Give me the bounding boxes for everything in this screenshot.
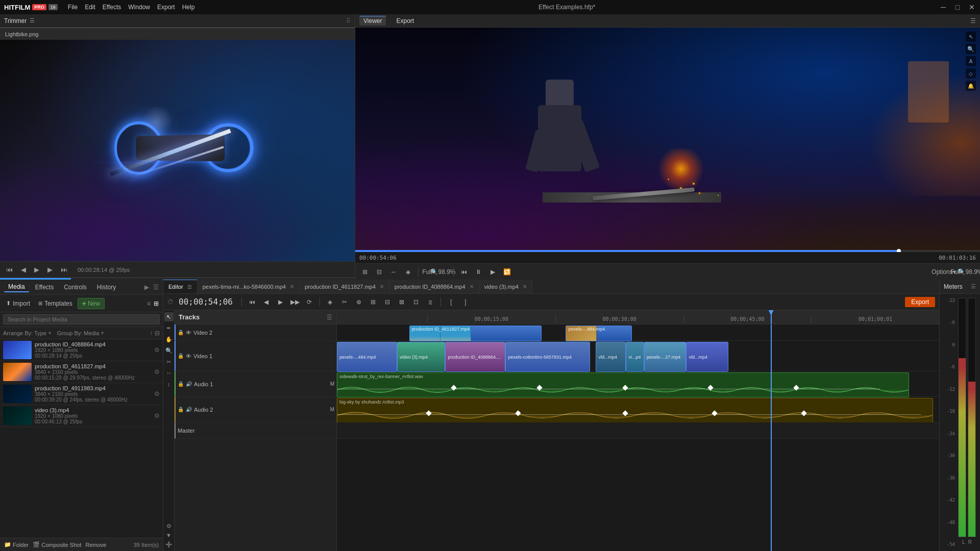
viewer-tab[interactable]: Viewer	[359, 16, 386, 26]
viewer-mask-tool[interactable]: ◇	[966, 68, 976, 79]
grid-view-btn[interactable]: ⊞	[153, 299, 160, 308]
viewer-loop[interactable]: 🔁	[501, 266, 512, 278]
track-lock-v2[interactable]: 🔒	[178, 330, 184, 335]
group-chevron[interactable]: ▾	[101, 330, 104, 336]
clip-v1-3[interactable]: pexels-cottonbro-5657831.mp4	[505, 342, 590, 372]
menu-file[interactable]: File	[68, 4, 78, 11]
editor-tab-3[interactable]: production ID_4088864.mp4 ✕	[389, 280, 479, 293]
tool-razor[interactable]: ✂	[164, 357, 174, 366]
viewer-options[interactable]: Options ▾	[938, 266, 949, 278]
viewer-zoom-ctrl[interactable]: 🔍 98.9%	[965, 266, 976, 278]
sort-asc-btn[interactable]: ↑	[150, 330, 153, 337]
media-item-settings[interactable]: ⚙	[154, 368, 160, 375]
clip-v1-1[interactable]: video (3).mp4	[397, 342, 445, 372]
viewer-zoom-display[interactable]: 🔍 98.9%	[437, 266, 449, 278]
tool-roll[interactable]: ↕	[164, 380, 174, 389]
track-lock-v1[interactable]: 🔒	[178, 353, 184, 359]
viewer-cursor-tool[interactable]: ↖	[966, 32, 976, 42]
media-item-settings[interactable]: ⚙	[154, 412, 160, 419]
viewer-menu-icon[interactable]: ☰	[970, 17, 976, 24]
menu-window[interactable]: Window	[128, 4, 150, 11]
trimmer-file-tab[interactable]: Lightbike.png	[5, 31, 38, 37]
viewer-text-tool[interactable]: A	[966, 56, 976, 66]
ed-ripple[interactable]: ⊞	[368, 296, 379, 308]
audio2-clip[interactable]: big-sky by shuhandz Artlist.mp3	[337, 398, 933, 423]
tool-add[interactable]: ➕	[164, 540, 174, 549]
import-button[interactable]: ⬆ Import	[3, 299, 33, 308]
close-tab-3[interactable]: ✕	[470, 284, 474, 289]
trim-go-start[interactable]: ⏮	[4, 265, 15, 274]
left-panel-menu[interactable]: ☰	[153, 284, 159, 291]
track-mute-a2[interactable]: M	[330, 407, 334, 412]
clip-v1-7[interactable]: vld...mp4	[686, 342, 728, 372]
viewer-safe-zones[interactable]: ⊞	[359, 266, 371, 278]
export-tab[interactable]: Export	[392, 16, 418, 26]
export-button[interactable]: Export	[905, 297, 935, 307]
list-item[interactable]: production ID_4911983.mp4 3840 × 2160 pi…	[0, 383, 163, 405]
clip-prod4611827[interactable]: production ID_4611827.mp4	[409, 325, 542, 341]
remove-button[interactable]: Remove	[85, 542, 106, 548]
new-button[interactable]: + New	[78, 298, 105, 309]
trimmer-menu-icon[interactable]: ☰	[30, 17, 35, 24]
ed-razor[interactable]: ✂	[339, 296, 350, 308]
list-view-btn[interactable]: ≡	[146, 299, 152, 308]
clip-v1-4[interactable]: vld...mp4	[596, 342, 626, 372]
templates-button[interactable]: ⊞ Templates	[35, 299, 76, 308]
tab-controls[interactable]: Controls	[60, 283, 91, 292]
tool-hand[interactable]: ✋	[164, 335, 174, 344]
search-input[interactable]	[3, 314, 160, 324]
viewer-channel[interactable]: ◈	[402, 266, 413, 278]
minimize-button[interactable]: ─	[939, 3, 947, 11]
meters-menu[interactable]: ☰	[971, 283, 976, 290]
close-tab-2[interactable]: ✕	[380, 284, 384, 289]
list-item[interactable]: production ID_4611827.mp4 3840 × 2160 pi…	[0, 361, 163, 383]
tool-slip[interactable]: ↔	[164, 368, 174, 378]
editor-tab-main[interactable]: Editor ☰	[163, 280, 198, 293]
menu-help[interactable]: Help	[182, 4, 195, 11]
clip-v1-5[interactable]: vi...p4	[626, 342, 644, 372]
folder-button[interactable]: 📁 Folder	[4, 541, 29, 548]
left-panel-expand[interactable]: ▶	[144, 284, 149, 291]
ed-roll[interactable]: ⊟	[382, 296, 393, 308]
clip-v1-2[interactable]: production ID_4088864.mp4	[445, 342, 505, 372]
ed-magnet[interactable]: ⊕	[353, 296, 364, 308]
clip-pexels484-v2[interactable]: pexels-...484.mp4	[566, 325, 632, 341]
track-mute-a1[interactable]: M	[330, 381, 334, 387]
tab-history[interactable]: History	[93, 283, 120, 292]
viewer-go-start[interactable]: ⏮	[458, 266, 470, 278]
maximize-button[interactable]: □	[953, 3, 962, 11]
close-tab-4[interactable]: ✕	[523, 284, 527, 289]
track-lock-a2[interactable]: 🔒	[178, 407, 184, 412]
menu-effects[interactable]: Effects	[103, 4, 121, 11]
ed-out[interactable]: ]	[460, 296, 471, 308]
track-eye-v2[interactable]: 👁	[186, 330, 191, 336]
tracks-menu[interactable]: ☰	[327, 314, 332, 321]
audio1-clip[interactable]: sidewalk-strut_by_rex-banner_Artlist.wav	[337, 372, 909, 397]
track-eye-v1[interactable]: 👁	[186, 353, 191, 359]
ed-speed[interactable]: ⧖	[425, 296, 436, 308]
editor-tab-2[interactable]: production ID_4611827.mp4 ✕	[300, 280, 389, 293]
ed-play[interactable]: ▶	[275, 296, 286, 308]
ed-in[interactable]: [	[446, 296, 457, 308]
tab-effects[interactable]: Effects	[31, 283, 58, 292]
list-item[interactable]: production ID_4088864.mp4 980 × 551 pi…	[0, 339, 163, 361]
clip-v1-6[interactable]: pexels-...27.mp4	[644, 342, 687, 372]
trim-next-frame[interactable]: ▶	[45, 265, 55, 274]
viewer-grid[interactable]: ⊟	[374, 266, 385, 278]
list-item[interactable]: video (3).mp4 980 × 551 pixels 00:00:4…	[0, 405, 163, 427]
ed-loop[interactable]: ⟳	[304, 296, 315, 308]
filter-btn[interactable]: ⊟	[155, 330, 160, 337]
menu-edit[interactable]: Edit	[85, 4, 95, 11]
media-item-settings[interactable]: ⚙	[154, 346, 160, 354]
arrange-chevron[interactable]: ▾	[48, 330, 51, 336]
tool-chevron-down[interactable]: ▼	[164, 531, 174, 540]
trim-play[interactable]: ▶	[32, 265, 41, 274]
track-lock-a1[interactable]: 🔒	[178, 381, 184, 387]
menu-export[interactable]: Export	[157, 4, 175, 11]
viewer-play-pause[interactable]: ⏸	[473, 266, 484, 278]
tool-select[interactable]: ↖	[164, 312, 174, 321]
ed-slip[interactable]: ⊠	[396, 296, 407, 308]
clip-v1-0[interactable]: pexels-...484.mp4	[337, 342, 397, 372]
viewer-snap[interactable]: ↔	[388, 266, 399, 278]
tool-zoom[interactable]: 🔍	[164, 346, 174, 355]
